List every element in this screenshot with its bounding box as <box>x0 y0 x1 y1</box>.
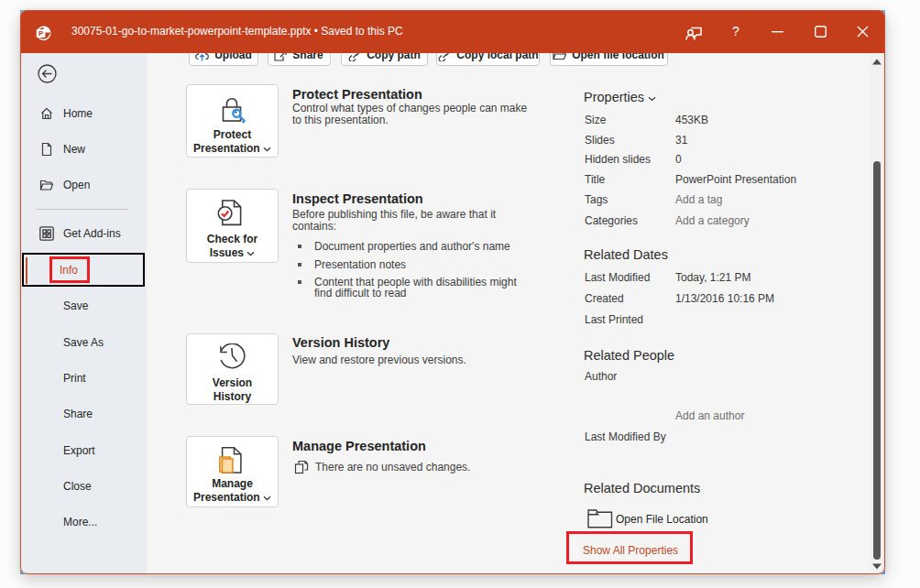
svg-text:P: P <box>38 29 44 38</box>
